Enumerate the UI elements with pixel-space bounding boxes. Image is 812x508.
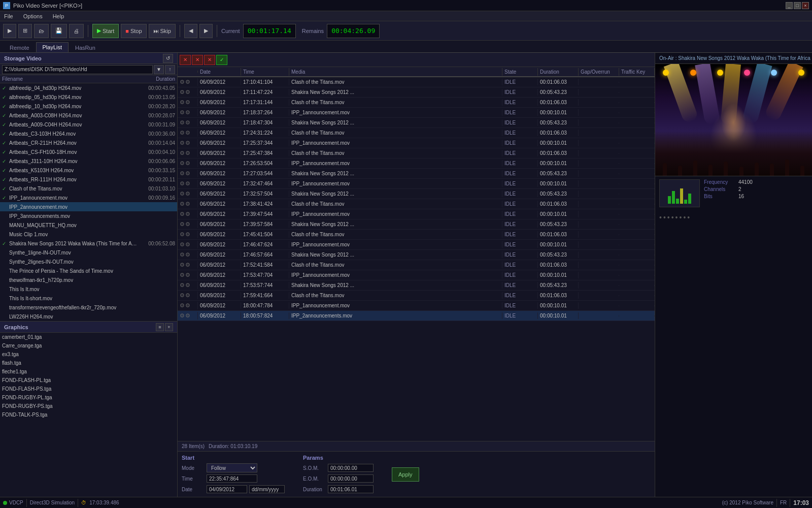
table-row[interactable]: ⚙ ⚙ 06/09/2012 17:59:41:664 Clash of the… xyxy=(178,291,655,301)
pl-clear-btn[interactable]: ✕ xyxy=(204,55,215,65)
print-button[interactable]: 🖨 xyxy=(69,24,84,38)
table-row[interactable]: ⚙ ⚙ 06/09/2012 17:46:47:624 IPP_1announc… xyxy=(178,240,655,250)
file-item[interactable]: The Prince of Persia - The Sands of Time… xyxy=(0,266,177,275)
table-row[interactable]: ⚙ ⚙ 06/09/2012 17:10:41:104 Clash of the… xyxy=(178,77,655,87)
table-row[interactable]: ⚙ ⚙ 06/09/2012 17:25:47:384 Clash of the… xyxy=(178,148,655,158)
row-date: 06/09/2012 xyxy=(198,170,241,177)
file-item[interactable]: ✓ Clash of the Titans.mov 00:01:03.10 xyxy=(0,184,177,193)
mode-select[interactable]: Follow xyxy=(207,463,257,472)
file-item[interactable]: Music Clip 1.mov xyxy=(0,230,177,239)
save-button[interactable]: 💾 xyxy=(51,24,67,38)
file-item[interactable]: ✓ Artbeats_A009-C04H H264.mov 00:00:31.0… xyxy=(0,120,177,129)
table-row[interactable]: ⚙ ⚙ 06/09/2012 17:52:41:584 Clash of the… xyxy=(178,260,655,270)
graphics-item[interactable]: FOND-RUGBY-PS.tga xyxy=(0,402,177,410)
open-button[interactable]: ▶ xyxy=(3,24,16,38)
pl-delete-btn[interactable]: ✕ xyxy=(180,55,191,65)
table-row[interactable]: ⚙ ⚙ 06/09/2012 17:17:31:144 Clash of the… xyxy=(178,98,655,108)
maximize-button[interactable]: □ xyxy=(794,2,801,9)
file-item[interactable]: ✓ albfreedip_10_hd30p H264.mov 00:00:28.… xyxy=(0,102,177,111)
table-row[interactable]: ⚙ ⚙ 06/09/2012 17:38:41:424 Clash of the… xyxy=(178,199,655,209)
menu-help[interactable]: Help xyxy=(51,13,66,19)
duration-input[interactable] xyxy=(328,485,374,493)
date-format-input[interactable] xyxy=(249,485,285,493)
table-row[interactable]: ⚙ ⚙ 06/09/2012 17:32:47:464 IPP_1announc… xyxy=(178,179,655,189)
minimize-button[interactable]: _ xyxy=(786,2,793,9)
file-item[interactable]: IPP_3announcements.mov xyxy=(0,211,177,220)
nav-btn-2[interactable]: ▶ xyxy=(199,24,213,38)
menu-file[interactable]: File xyxy=(2,13,15,19)
date-input[interactable] xyxy=(207,485,247,493)
table-row[interactable]: ⚙ ⚙ 06/09/2012 17:18:47:304 Shakira New … xyxy=(178,118,655,128)
file-name: Artbeats_K5103H H264.mov xyxy=(9,168,137,173)
file-item[interactable]: ✓ Artbeats_CS-FH100-18H.mov 00:00:04.10 xyxy=(0,147,177,156)
table-row[interactable]: ⚙ ⚙ 06/09/2012 18:00:47:784 IPP_1announc… xyxy=(178,301,655,311)
path-browse-btn[interactable]: ▼ xyxy=(154,65,164,74)
table-row[interactable]: ⚙ ⚙ 06/09/2012 17:39:57:584 Shakira New … xyxy=(178,219,655,230)
graphics-item[interactable]: FOND-FLASH-PL.tga xyxy=(0,376,177,385)
skip-button[interactable]: ⏭ Skip xyxy=(149,24,176,38)
table-row[interactable]: ⚙ ⚙ 06/09/2012 17:53:57:744 Shakira New … xyxy=(178,280,655,291)
pl-remove-btn[interactable]: ✕ xyxy=(192,55,203,65)
menu-options[interactable]: Options xyxy=(21,13,45,19)
file-item[interactable]: transformersrevengeofthefallen-tkr2r_720… xyxy=(0,303,177,312)
file-item[interactable]: LW226H H264.mov xyxy=(0,312,177,321)
file-item[interactable]: This Is It.mov xyxy=(0,284,177,294)
file-item[interactable]: Synthe_2lignes-IN-OUT.mov xyxy=(0,257,177,266)
folder-button[interactable]: 🗁 xyxy=(34,24,49,38)
file-item[interactable]: This Is It-short.mov xyxy=(0,294,177,303)
graphics-add-btn[interactable]: + xyxy=(165,323,173,331)
eom-input[interactable] xyxy=(328,474,374,483)
file-item[interactable]: ✓ Shakira New Songs 2012 Waka Waka (This… xyxy=(0,239,177,248)
start-button[interactable]: ▶ Start xyxy=(92,24,119,38)
file-item[interactable]: ✓ Artbeats_A003-C08H H264.mov 00:00:28.0… xyxy=(0,111,177,120)
table-row[interactable]: ⚙ ⚙ 06/09/2012 17:46:57:664 Shakira New … xyxy=(178,250,655,260)
file-item[interactable]: Synthe_1ligne-IN-OUT.mov xyxy=(0,248,177,257)
new-button[interactable]: ⊞ xyxy=(18,24,32,38)
table-row[interactable]: ⚙ ⚙ 06/09/2012 17:26:53:504 IPP_1announc… xyxy=(178,158,655,169)
graphics-item[interactable]: Carre_orange.tga xyxy=(0,341,177,350)
table-row[interactable]: ⚙ ⚙ 06/09/2012 17:24:31:224 Clash of the… xyxy=(178,128,655,138)
close-button[interactable]: × xyxy=(802,2,809,9)
table-row[interactable]: ⚙ ⚙ 06/09/2012 17:53:47:704 IPP_1announc… xyxy=(178,270,655,280)
pl-add-btn[interactable]: ✓ xyxy=(216,55,227,65)
table-row[interactable]: ⚙ ⚙ 06/09/2012 17:45:41:504 Clash of the… xyxy=(178,230,655,240)
som-input[interactable] xyxy=(328,464,374,472)
apply-button[interactable]: Apply xyxy=(392,467,419,482)
graphics-item[interactable]: FOND-RUGBY-PL.tga xyxy=(0,393,177,402)
graphics-item[interactable]: flash.tga xyxy=(0,359,177,367)
file-item[interactable]: ✓ Artbeats_C3-103H H264.mov 00:00:36.00 xyxy=(0,129,177,138)
file-item[interactable]: thewolfman-tkr1_h720p.mov xyxy=(0,275,177,284)
file-item[interactable]: IPP_2announcement.mov xyxy=(0,202,177,211)
nav-btn-1[interactable]: ◀ xyxy=(184,24,197,38)
path-input[interactable] xyxy=(2,65,153,74)
file-item[interactable]: ✓ IPP_1announcement.mov 00:00:09.16 xyxy=(0,193,177,202)
table-row[interactable]: ⚙ ⚙ 06/09/2012 17:11:47:224 Shakira New … xyxy=(178,87,655,98)
tab-hasrun[interactable]: HasRun xyxy=(69,43,102,52)
table-row[interactable]: ⚙ ⚙ 06/09/2012 18:00:57:824 IPP_2announc… xyxy=(178,311,655,321)
graphics-list-btn[interactable]: ≡ xyxy=(156,323,164,331)
file-item[interactable]: ✓ Artbeats_K5103H H264.mov 00:00:33.15 xyxy=(0,166,177,175)
table-row[interactable]: ⚙ ⚙ 06/09/2012 17:39:47:544 IPP_1announc… xyxy=(178,209,655,219)
file-item[interactable]: ✓ Artbeats_J311-10H H264.mov 00:00:06.06 xyxy=(0,156,177,166)
file-item[interactable]: ✓ Artbeats_CR-211H H264.mov 00:00:14.04 xyxy=(0,138,177,147)
tab-playlist[interactable]: PlayList xyxy=(36,42,69,52)
file-name: Shakira New Songs 2012 Waka Waka (This T… xyxy=(9,241,137,246)
table-row[interactable]: ⚙ ⚙ 06/09/2012 17:27:03:544 Shakira New … xyxy=(178,169,655,179)
stop-button[interactable]: ■ Stop xyxy=(121,24,146,38)
table-row[interactable]: ⚙ ⚙ 06/09/2012 17:25:37:344 IPP_1announc… xyxy=(178,138,655,148)
graphics-item[interactable]: ex3.tga xyxy=(0,350,177,359)
file-item[interactable]: ✓ albfreedip_04_hd30p H264.mov 00:00:43.… xyxy=(0,83,177,92)
graphics-item[interactable]: camerbert_01.tga xyxy=(0,333,177,341)
table-row[interactable]: ⚙ ⚙ 06/09/2012 17:18:37:264 IPP_1announc… xyxy=(178,108,655,118)
graphics-item[interactable]: FOND-TALK-PS.tga xyxy=(0,410,177,419)
storage-refresh-btn[interactable]: ↺ xyxy=(163,54,173,63)
graphics-item[interactable]: fleche1.tga xyxy=(0,367,177,376)
path-up-btn[interactable]: ↑ xyxy=(165,65,175,74)
file-item[interactable]: ✓ albfreedip_05_hd30p H264.mov 00:00:13.… xyxy=(0,92,177,102)
file-item[interactable]: ✓ Artbeats_RR-111H H264.mov 00:00:20.11 xyxy=(0,175,177,184)
time-input[interactable] xyxy=(207,474,257,483)
tab-remote[interactable]: Remote xyxy=(3,43,36,52)
table-row[interactable]: ⚙ ⚙ 06/09/2012 17:32:57:504 Shakira New … xyxy=(178,189,655,199)
file-item[interactable]: MANU_MAQUETTE_HQ.mov xyxy=(0,220,177,230)
graphics-item[interactable]: FOND-FLASH-PS.tga xyxy=(0,385,177,393)
